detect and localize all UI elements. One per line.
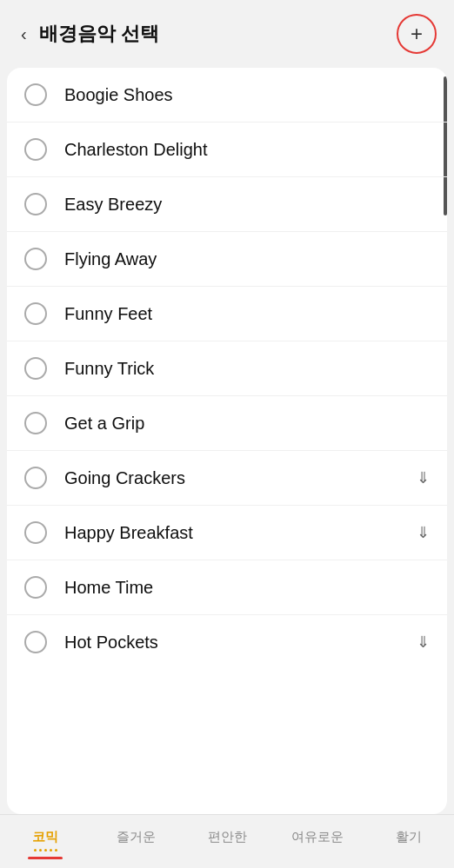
tab-active[interactable]: 활기 (364, 825, 454, 863)
song-name: Easy Breezy (64, 195, 430, 215)
list-item[interactable]: Easy Breezy (7, 177, 447, 232)
list-item[interactable]: Charleston Delight (7, 123, 447, 177)
radio-button[interactable] (24, 576, 47, 599)
list-item[interactable]: Happy Breakfast⇓ (7, 506, 447, 560)
song-name: Hot Pockets (64, 633, 417, 653)
tab-active-indicator (28, 857, 63, 859)
download-icon[interactable]: ⇓ (417, 523, 430, 542)
header-left: ‹ 배경음악 선택 (17, 21, 159, 48)
list-item[interactable]: Flying Away (7, 232, 447, 287)
radio-button[interactable] (24, 83, 47, 106)
tab-calm[interactable]: 편안한 (182, 825, 272, 863)
song-name: Get a Grip (64, 414, 430, 434)
radio-button[interactable] (24, 467, 47, 489)
song-name: Home Time (64, 578, 430, 598)
list-item[interactable]: Home Time (7, 560, 447, 615)
song-name: Boogie Shoes (64, 85, 430, 105)
radio-button[interactable] (24, 357, 47, 380)
add-button[interactable]: + (397, 14, 437, 54)
radio-button[interactable] (24, 248, 47, 270)
tab-fun[interactable]: 즐거운 (90, 825, 181, 863)
song-name: Funny Trick (64, 359, 430, 379)
list-item[interactable]: Hot Pockets⇓ (7, 615, 447, 669)
tab-label: 즐거운 (117, 829, 156, 845)
back-button[interactable]: ‹ (17, 21, 30, 48)
tab-label: 활기 (396, 829, 422, 845)
radio-button[interactable] (24, 138, 47, 161)
radio-button[interactable] (24, 302, 47, 325)
list-item[interactable]: Going Crackers⇓ (7, 451, 447, 506)
tab-relaxed[interactable]: 여유로운 (272, 825, 363, 863)
tab-comic[interactable]: 코믹 (0, 825, 90, 863)
list-item[interactable]: Funny Feet (7, 287, 447, 341)
plus-icon: + (411, 22, 423, 46)
song-name: Charleston Delight (64, 140, 430, 160)
tab-label: 코믹 (32, 829, 58, 845)
song-name: Going Crackers (64, 468, 417, 488)
song-name: Flying Away (64, 249, 430, 269)
radio-button[interactable] (24, 193, 47, 215)
tab-active-dots (34, 849, 57, 851)
song-name: Happy Breakfast (64, 523, 417, 543)
header: ‹ 배경음악 선택 + (0, 0, 454, 68)
song-name: Funny Feet (64, 304, 430, 324)
tab-label: 편안한 (208, 829, 247, 845)
tab-bar: 코믹즐거운편안한여유로운활기 (0, 814, 454, 868)
radio-button[interactable] (24, 521, 47, 544)
radio-button[interactable] (24, 631, 47, 653)
radio-button[interactable] (24, 412, 47, 434)
download-icon[interactable]: ⇓ (417, 633, 430, 652)
page-title: 배경음악 선택 (39, 21, 159, 47)
download-icon[interactable]: ⇓ (417, 468, 430, 487)
list-item[interactable]: Funny Trick (7, 341, 447, 396)
tab-label: 여유로운 (291, 829, 344, 845)
list-item[interactable]: Get a Grip (7, 396, 447, 451)
song-list: Boogie ShoesCharleston DelightEasy Breez… (7, 68, 447, 814)
list-item[interactable]: Boogie Shoes (7, 68, 447, 123)
